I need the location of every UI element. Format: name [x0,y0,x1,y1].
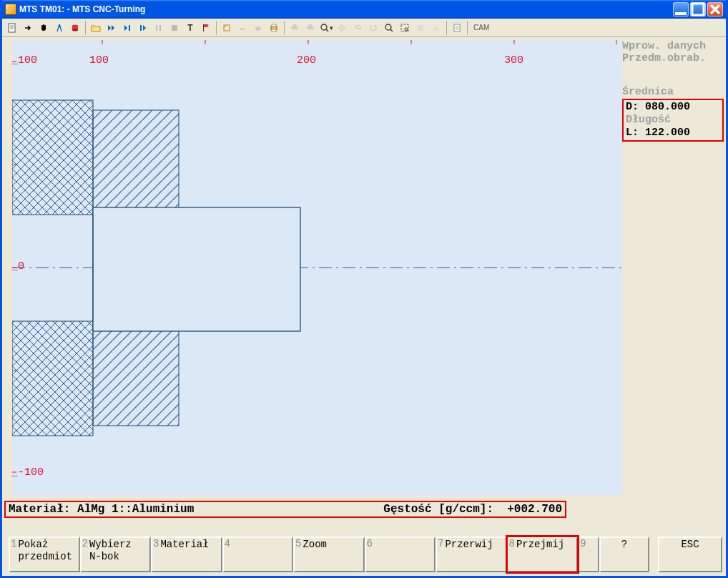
material-value[interactable]: AlMg 1::Aluminium [77,503,194,516]
skip-forward-icon[interactable] [104,21,119,35]
l-label: L: [626,127,639,139]
titlebar: MTS TM01: - MTS CNC-Turning [2,0,726,19]
svg-line-17 [326,29,328,31]
drawing-canvas[interactable]: _100 _0 _-100 100 200 300 [12,40,623,495]
zoom-icon[interactable]: ▾ [319,21,333,35]
hand-icon[interactable] [36,21,51,35]
app-icon [5,4,16,15]
cloud-icon-1 [287,21,302,35]
y-tick-zero: _0 [11,260,24,273]
diameter-length-box: D: 080.000 Długość L: 122.000 [622,99,724,142]
misc-icon-4 [429,21,443,35]
close-button[interactable] [707,2,723,16]
zoom-all-icon[interactable] [382,21,396,35]
function-key-bar: 1Pokażprzedmiot 2WybierzN-bok 3Materiał … [9,537,722,572]
x-tick-300: 300 [504,54,523,67]
svg-rect-8 [172,25,177,31]
window-title: MTS TM01: - MTS CNC-Turning [19,4,673,14]
esc-button[interactable]: ESC [658,537,722,572]
pause-icon [152,21,166,35]
f6-button[interactable]: 6 [365,537,436,572]
svg-rect-40 [12,100,93,215]
material-bar: Materiał: AlMg 1::Aluminium Gęstość [g/c… [4,501,566,518]
misc-icon-3 [413,21,428,35]
svg-point-19 [341,24,343,26]
svg-rect-1 [692,4,704,15]
page-icon[interactable] [5,21,19,35]
flag-icon[interactable] [199,21,213,35]
x-tick-200: 200 [297,54,316,67]
d-label: D: [626,101,639,113]
misc-icon-1[interactable] [220,21,234,35]
help-button[interactable]: ? [599,537,649,572]
svg-point-21 [341,29,343,31]
rpanel-diam-label: Średnica [622,86,724,98]
d-value[interactable]: 080.000 [645,101,690,113]
minimize-button[interactable] [673,2,689,16]
svg-rect-14 [272,24,276,26]
x-tick-100: 100 [89,54,109,67]
f3-button[interactable]: 3Materiał [151,537,222,572]
rpanel-len-label: Długość [626,114,720,127]
shape-icon-2 [251,21,265,35]
cloud-icon-2 [303,21,318,35]
svg-rect-9 [203,24,204,31]
svg-point-25 [405,28,408,31]
svg-point-11 [225,26,226,27]
f4-button[interactable]: 4 [222,537,294,572]
l-value[interactable]: 122.000 [645,127,690,139]
svg-rect-43 [93,321,179,426]
right-panel: Wprow. danych Przedm.obrab. Średnica D: … [622,40,724,495]
maximize-button[interactable] [690,2,706,16]
y-tick-bottom: _-100 [11,466,44,479]
printer-icon[interactable] [267,21,281,35]
rpanel-hdr2: Przedm.obrab. [622,52,724,64]
svg-rect-44 [93,207,300,331]
svg-rect-2 [9,24,15,32]
zoom-window-icon[interactable] [398,21,412,35]
svg-point-22 [385,24,391,30]
svg-point-16 [321,24,327,30]
svg-rect-6 [156,25,157,31]
cam-label: CAM [471,24,492,31]
svg-rect-41 [12,321,93,436]
y-tick-top: _100 [11,54,37,67]
svg-rect-42 [93,110,179,215]
f9-button[interactable]: 9 [578,537,599,572]
misc-icon-2 [335,21,349,35]
f7-button[interactable]: 7Przerwij [436,537,507,572]
open-folder-icon[interactable] [89,21,103,35]
skip-end-icon[interactable] [120,21,134,35]
step-icon[interactable] [136,21,150,35]
document-icon[interactable] [450,21,464,35]
density-value[interactable]: +002.700 [507,503,562,516]
density-label: Gęstość [g/ccm]: [383,503,493,516]
svg-point-20 [343,26,345,29]
text-t-icon[interactable]: T [183,21,197,35]
f1-button[interactable]: 1Pokażprzedmiot [9,537,80,572]
svg-rect-0 [675,12,687,15]
arrow-right-icon[interactable] [21,21,35,35]
svg-rect-7 [159,25,161,31]
svg-point-5 [72,29,78,31]
toolbar: T ▾ CAM [2,19,726,37]
shape-icon-1 [235,21,250,35]
svg-rect-10 [224,25,230,31]
svg-rect-15 [272,29,276,31]
f2-button[interactable]: 2WybierzN-bok [80,537,152,572]
refresh-cw-icon [366,21,380,35]
refresh-icon [350,21,365,35]
tool-compass-icon[interactable] [52,21,67,35]
rpanel-hdr1: Wprow. danych [622,40,724,52]
f5-button[interactable]: 5Zoom [293,537,365,572]
svg-rect-26 [418,25,423,31]
svg-point-18 [339,26,341,29]
red-cylinder-icon[interactable] [68,21,82,35]
material-label: Materiał: [9,503,70,516]
f8-button[interactable]: 8Przejmij [507,537,579,572]
svg-point-12 [255,26,261,31]
svg-line-23 [390,29,393,31]
stop-icon [167,21,182,35]
